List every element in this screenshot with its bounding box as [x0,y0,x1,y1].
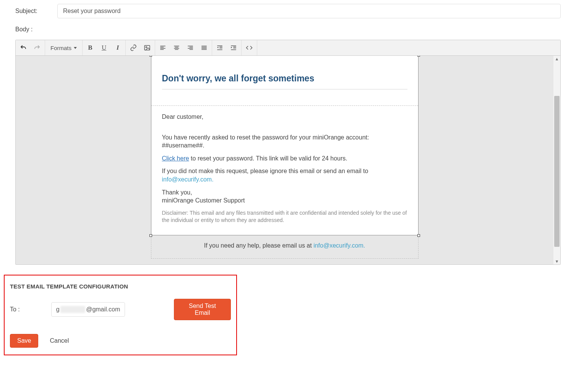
svg-marker-22 [217,47,218,49]
resize-handle-top-right[interactable] [417,56,420,57]
undo-button[interactable] [16,41,30,55]
chevron-down-icon [74,47,77,49]
divider [162,89,407,89]
email-help-footer: If you need any help, please email us at… [151,235,418,258]
reset-link[interactable]: Click here [162,155,189,162]
body-label: Body : [15,26,561,33]
image-icon [144,44,151,51]
to-email-suffix: @gmail.com [86,306,120,313]
email-disclaimer: Disclaimer: This email and any files tra… [162,209,407,224]
link-button[interactable] [127,41,140,55]
to-label: To : [10,306,51,313]
help-email-link[interactable]: info@xecurify.com. [313,242,365,249]
email-signoff: Thank you, miniOrange Customer Support [162,188,407,205]
undo-icon [20,44,27,51]
email-title: Don't worry, we all forget sometimes [162,73,407,84]
link-icon [130,44,137,51]
align-center-icon [173,44,180,51]
scroll-thumb[interactable] [554,96,560,247]
email-line-ignore: If you did not make this request, please… [162,167,407,183]
email-line-reset: Click here to reset your password. This … [162,154,407,163]
align-left-icon [159,44,166,51]
to-email-input[interactable]: g @gmail.com [51,302,125,317]
code-view-button[interactable] [242,41,256,55]
underline-button[interactable]: U [97,41,111,55]
align-right-button[interactable] [183,41,197,55]
support-email-link[interactable]: info@xecurify.com. [162,176,214,183]
email-greeting: Dear customer, [162,113,407,121]
editor-content-area[interactable]: Don't worry, we all forget sometimes Dea… [16,56,553,264]
save-button[interactable]: Save [10,334,38,348]
align-right-icon [187,44,194,51]
test-panel-title: TEST EMAIL TEMPLATE CONFIGURATION [10,283,231,290]
scroll-down-icon[interactable]: ▼ [555,258,559,264]
resize-handle-bottom-right[interactable] [417,234,420,237]
bold-button[interactable]: B [83,41,97,55]
align-justify-icon [201,44,208,51]
align-justify-button[interactable] [197,41,211,55]
scroll-up-icon[interactable]: ▲ [555,56,559,62]
redo-icon [34,44,41,51]
indent-button[interactable] [227,41,240,55]
resize-handle-top-left[interactable] [149,56,152,57]
email-line-account: You have recently asked to reset the pas… [162,133,407,150]
subject-input[interactable] [57,4,561,18]
code-icon [246,44,253,51]
outdent-icon [216,44,223,51]
svg-rect-0 [144,45,150,50]
rich-text-editor: Formats B U I [15,40,561,265]
outdent-button[interactable] [213,41,227,55]
test-email-panel: TEST EMAIL TEMPLATE CONFIGURATION To : g… [4,275,237,355]
to-email-prefix: g [56,306,60,313]
indent-icon [230,44,237,51]
redacted-segment [60,306,86,313]
align-center-button[interactable] [170,41,183,55]
subject-label: Subject: [15,8,57,15]
formats-label: Formats [50,45,71,51]
send-test-email-button[interactable]: Send Test Email [174,299,231,320]
formats-dropdown[interactable]: Formats [46,41,81,55]
editor-toolbar: Formats B U I [16,40,560,56]
image-button[interactable] [140,41,154,55]
redo-button[interactable] [30,41,44,55]
cancel-button[interactable]: Cancel [45,334,73,347]
resize-handle-bottom-left[interactable] [149,234,152,237]
italic-button[interactable]: I [111,41,125,55]
svg-marker-27 [231,47,232,49]
svg-point-1 [146,47,147,48]
vertical-scrollbar[interactable]: ▲ ▼ [553,56,560,264]
align-left-button[interactable] [156,41,170,55]
